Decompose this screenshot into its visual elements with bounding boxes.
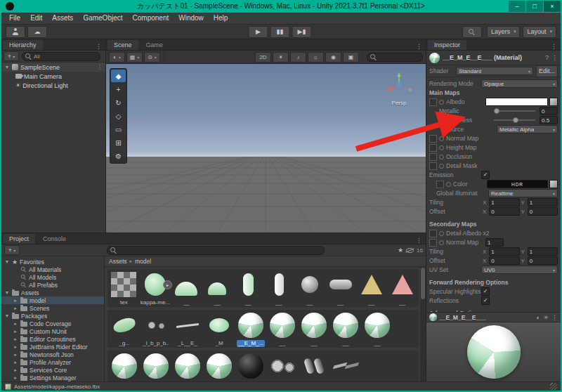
smoothness-slider[interactable]	[494, 116, 535, 124]
asset-item[interactable]: _	[172, 351, 203, 381]
asset-item[interactable]: _	[299, 351, 329, 381]
foldout-icon[interactable]: ▸	[13, 344, 18, 350]
object-picker-icon[interactable]	[439, 145, 444, 150]
rotate-tool[interactable]: ↻	[111, 96, 126, 109]
foldout-icon[interactable]: ▸	[13, 306, 18, 311]
hierarchy-search-input[interactable]: All	[22, 52, 100, 61]
scale-tool[interactable]: ◇	[111, 110, 126, 122]
asset-item[interactable]: __	[202, 270, 233, 306]
foldout-icon[interactable]: ▸	[13, 367, 18, 373]
tree-item-profile-analyzer[interactable]: ▸Profile Analyzer	[1, 358, 104, 366]
source-dropdown[interactable]: Metallic Alpha▾	[497, 125, 558, 133]
panel-menu-icon[interactable]: ⋮	[92, 43, 105, 50]
tiling-x-field[interactable]: 1	[489, 198, 519, 207]
asset-item[interactable]: _	[204, 351, 235, 381]
breadcrumb-assets[interactable]: Assets	[109, 258, 127, 265]
object-picker-icon[interactable]	[439, 100, 444, 105]
scene-camera-dropdown[interactable]: ◉	[325, 52, 341, 63]
asset-item[interactable]: _	[140, 351, 171, 381]
occlusion-texture-slot[interactable]	[429, 153, 437, 161]
project-search-input[interactable]	[107, 246, 325, 255]
object-picker-icon[interactable]	[439, 240, 444, 245]
material-preview-header[interactable]: __E_M_E__E___ ◐☀⋮	[426, 312, 561, 322]
tab-scene[interactable]: Scene	[107, 40, 138, 50]
emission-color-slot[interactable]	[436, 181, 444, 188]
tree-item-model[interactable]: ▸model	[1, 296, 104, 304]
object-picker-icon[interactable]	[446, 182, 451, 187]
shader-dropdown[interactable]: Standard▾	[456, 67, 533, 75]
asset-item[interactable]: __	[171, 270, 202, 306]
secondary-offset-y-field[interactable]: 0	[528, 256, 558, 265]
tree-item-all-models[interactable]: All Models	[1, 273, 104, 281]
object-picker-icon[interactable]	[439, 136, 444, 141]
tab-game[interactable]: Game	[140, 40, 170, 50]
tab-inspector[interactable]: Inspector	[428, 40, 466, 50]
asset-item[interactable]: ▸kappa-me...	[140, 270, 171, 306]
layout-dropdown[interactable]: Layout▾	[523, 26, 556, 38]
secondary-tiling-x-field[interactable]: 1	[489, 247, 519, 256]
tab-project[interactable]: Project	[3, 234, 35, 244]
asset-item[interactable]: __	[264, 270, 294, 306]
foldout-icon[interactable]: ▸	[13, 329, 18, 334]
asset-item[interactable]: _L__E_	[172, 311, 203, 347]
tree-item-newtonsoft-json[interactable]: ▸Newtonsoft Json	[1, 351, 104, 358]
account-button[interactable]	[6, 26, 25, 38]
specular-highlights-checkbox[interactable]: ✓	[481, 287, 490, 296]
menu-item-help[interactable]: Help	[209, 13, 233, 24]
foldout-icon[interactable]: ▸	[13, 360, 18, 365]
transform-tool[interactable]: ⊞	[111, 136, 126, 149]
hidden-packages-icon[interactable]	[406, 247, 414, 254]
context-menu-icon[interactable]: ⋮	[551, 54, 558, 61]
albedo-color-swatch[interactable]	[485, 98, 548, 106]
hierarchy-item-main-camera[interactable]: Main Camera	[1, 72, 105, 81]
asset-item[interactable]: _	[235, 351, 266, 381]
global-illumination-dropdown[interactable]: Realtime▾	[488, 189, 558, 197]
expand-subassets-icon[interactable]: ▸	[163, 280, 172, 289]
hierarchy-item-directional-light[interactable]: ☀Directional Light	[1, 81, 105, 90]
snap-settings-dropdown[interactable]: ⊙▾	[144, 52, 160, 63]
asset-item[interactable]: __	[362, 311, 393, 347]
tree-item-all-prefabs[interactable]: All Prefabs	[1, 281, 104, 289]
secondary-normal-map-slot[interactable]	[429, 239, 437, 247]
offset-y-field[interactable]: 0	[528, 207, 558, 216]
asset-item[interactable]: __	[233, 270, 263, 306]
foldout-icon[interactable]: ▸	[13, 375, 18, 381]
breadcrumb-model[interactable]: model	[135, 258, 151, 265]
tree-item-all-materials[interactable]: All Materials	[1, 266, 104, 273]
secondary-tiling-y-field[interactable]: 1	[528, 247, 558, 256]
panel-menu-icon[interactable]: ⋮	[412, 237, 426, 244]
emission-checkbox[interactable]: ✓	[481, 171, 490, 179]
uv-set-dropdown[interactable]: UV0▾	[481, 266, 558, 274]
close-button[interactable]: ×	[544, 1, 561, 12]
object-picker-icon[interactable]	[439, 231, 444, 236]
save-search-icon[interactable]: ★	[398, 247, 403, 254]
scene-audio-toggle[interactable]: ♪	[290, 52, 306, 63]
menu-item-edit[interactable]: Edit	[25, 13, 47, 24]
asset-item[interactable]: tex	[109, 270, 139, 306]
detail-albedo-slot[interactable]	[429, 230, 437, 237]
create-asset-button[interactable]: +▾	[4, 245, 20, 255]
rendering-mode-dropdown[interactable]: Opaque▾	[481, 79, 558, 88]
asset-item[interactable]: __	[294, 270, 325, 306]
offset-x-field[interactable]: 0	[489, 207, 519, 216]
color-picker-icon[interactable]	[549, 98, 558, 106]
asset-item[interactable]: __	[267, 311, 298, 347]
minimize-button[interactable]: –	[509, 1, 525, 12]
detail-mask-texture-slot[interactable]	[429, 162, 437, 170]
tree-item-services-core[interactable]: ▸Services Core	[1, 366, 104, 374]
vertical-scrollbar[interactable]	[420, 266, 426, 381]
object-picker-icon[interactable]	[439, 164, 444, 169]
tiling-y-field[interactable]: 1	[528, 198, 558, 207]
asset-item[interactable]: _g...	[109, 311, 140, 347]
draw-mode-dropdown[interactable]: ◐▾	[109, 52, 125, 63]
preview-light-toggle[interactable]: ☀	[543, 314, 549, 321]
foldout-icon[interactable]: ▼	[4, 313, 10, 318]
tab-console[interactable]: Console	[37, 234, 72, 244]
foldout-icon[interactable]: ▸	[13, 298, 18, 303]
asset-item[interactable]: __	[387, 270, 417, 306]
secondary-offset-x-field[interactable]: 0	[489, 256, 519, 265]
menu-item-assets[interactable]: Assets	[47, 13, 78, 24]
metallic-value-field[interactable]: 0	[540, 107, 558, 115]
menu-item-component[interactable]: Component	[128, 13, 174, 24]
toggle-2d-button[interactable]: 2D	[255, 52, 271, 63]
